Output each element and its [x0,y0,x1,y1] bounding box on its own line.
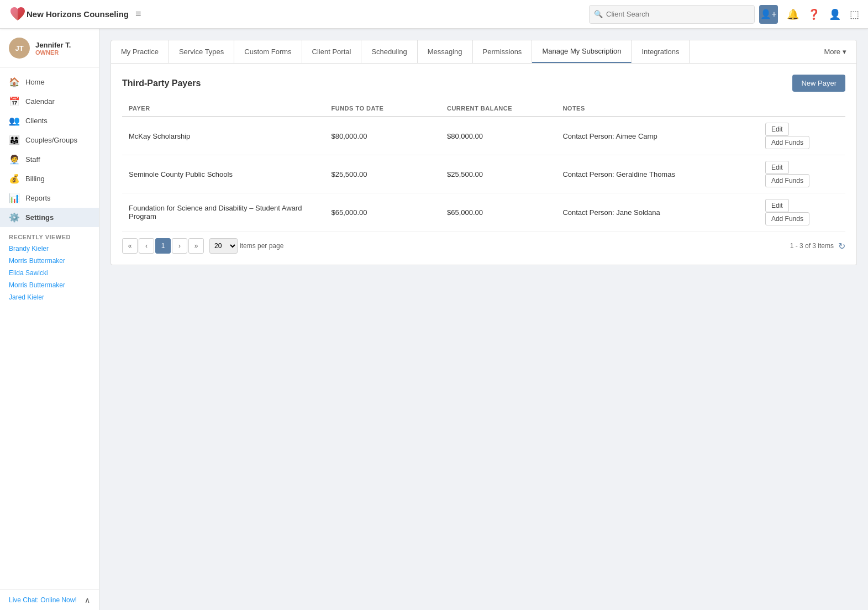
live-chat-label: Live Chat: Online Now! [9,596,77,604]
actions-0: Edit Add Funds [759,117,845,155]
search-input[interactable] [606,10,750,18]
section-title: Third-Party Payers [122,78,201,88]
sidebar-label-couples-groups: Couples/Groups [25,136,77,144]
sidebar-label-settings: Settings [25,213,54,222]
refresh-icon[interactable]: ↻ [838,241,845,251]
sidebar-label-home: Home [25,78,45,86]
user-name: Jennifer T. [35,41,71,49]
table-row: Seminole County Public Schools $25,500.0… [122,155,845,193]
sidebar-item-billing[interactable]: 💰Billing [0,169,99,188]
tab-custom-forms[interactable]: Custom Forms [234,40,302,63]
next-page-button[interactable]: › [172,238,187,254]
add-funds-button-0[interactable]: Add Funds [765,136,809,149]
edit-button-1[interactable]: Edit [765,161,789,174]
sidebar-item-staff[interactable]: 🧑‍💼Staff [0,150,99,169]
first-page-button[interactable]: « [122,238,138,254]
items-per-page-label: items per page [240,242,283,250]
user-role: OWNER [35,49,71,56]
page-info: 1 - 3 of 3 items ↻ [790,241,845,251]
sidebar-item-settings[interactable]: ⚙️Settings [0,208,99,227]
home-icon: 🏠 [9,77,20,87]
recently-viewed-item[interactable]: Elida Sawicki [0,267,99,279]
avatar: JT [9,38,30,59]
notes-2: Contact Person: Jane Soldana [556,193,759,232]
tab-bar: My PracticeService TypesCustom FormsClie… [111,40,857,64]
payer-name-0: McKay Scholarship [122,117,325,155]
prev-page-button[interactable]: ‹ [139,238,154,254]
tab-client-portal[interactable]: Client Portal [302,40,362,63]
menu-icon[interactable]: ≡ [135,8,141,20]
recently-viewed-list: Brandy KielerMorris ButtermakerElida Saw… [0,243,99,303]
notes-1: Contact Person: Geraldine Thomas [556,155,759,193]
recently-viewed-item[interactable]: Jared Kieler [0,291,99,303]
sidebar-label-billing: Billing [25,175,45,183]
pagination-bar: « ‹ 1 › » 102050100 items per page 1 - 3… [122,238,845,254]
sidebar-item-couples-groups[interactable]: 👨‍👩‍👧Couples/Groups [0,130,99,150]
recently-viewed-label: Recently Viewed [0,227,99,243]
more-tab-label: More [824,48,840,56]
couples-groups-icon: 👨‍👩‍👧 [9,135,20,145]
search-icon: 🔍 [594,10,603,18]
new-payer-button[interactable]: New Payer [792,75,845,92]
tab-permissions[interactable]: Permissions [473,40,533,63]
col-header-balance: CURRENT BALANCE [440,101,556,117]
sidebar-item-home[interactable]: 🏠Home [0,72,99,92]
items-per-page-selector: 102050100 items per page [209,238,283,254]
tab-manage-subscription[interactable]: Manage My Subscription [532,40,632,63]
layout: JT Jennifer T. OWNER 🏠Home📅Calendar👥Clie… [0,29,868,610]
funds-to-date-0: $80,000.00 [325,117,440,155]
current-balance-2: $65,000.00 [440,193,556,232]
payer-name-2: Foundation for Science and Disability – … [122,193,325,232]
funds-to-date-1: $25,500.00 [325,155,440,193]
clients-icon: 👥 [9,115,20,126]
payers-table: PAYER FUNDS TO DATE CURRENT BALANCE NOTE… [122,101,845,232]
add-funds-button-1[interactable]: Add Funds [765,174,809,187]
actions-1: Edit Add Funds [759,155,845,193]
sidebar-user: JT Jennifer T. OWNER [0,38,99,68]
col-header-actions [759,101,845,117]
edit-button-0[interactable]: Edit [765,123,789,136]
add-client-button[interactable]: 👤+ [759,5,778,24]
notifications-button[interactable]: 🔔 [787,8,799,20]
edit-button-2[interactable]: Edit [765,199,789,212]
last-page-button[interactable]: » [188,238,204,254]
sidebar-item-calendar[interactable]: 📅Calendar [0,92,99,111]
sidebar-nav: 🏠Home📅Calendar👥Clients👨‍👩‍👧Couples/Group… [0,72,99,227]
sidebar-label-clients: Clients [25,117,48,125]
tab-scheduling[interactable]: Scheduling [361,40,417,63]
section-header: Third-Party Payers New Payer [122,75,845,92]
recently-viewed-item[interactable]: Brandy Kieler [0,243,99,255]
col-header-payer: PAYER [122,101,325,117]
add-person-icon: 👤+ [760,9,776,19]
live-chat-bar[interactable]: Live Chat: Online Now! ∧ [0,590,99,610]
items-per-page-select[interactable]: 102050100 [209,238,238,254]
navbar: New Horizons Counseling ≡ 🔍 👤+ 🔔 ❓ 👤 ⬚ [0,0,868,29]
staff-icon: 🧑‍💼 [9,154,20,165]
content-panel: Third-Party Payers New Payer PAYER FUNDS… [111,64,857,265]
sidebar-label-reports: Reports [25,194,51,202]
sidebar-item-reports[interactable]: 📊Reports [0,188,99,208]
current-page-button[interactable]: 1 [155,238,171,254]
tab-my-practice[interactable]: My Practice [111,40,169,63]
help-button[interactable]: ❓ [808,8,820,20]
main-content: My PracticeService TypesCustom FormsClie… [99,29,868,610]
sidebar-label-calendar: Calendar [25,97,55,106]
sidebar-item-clients[interactable]: 👥Clients [0,111,99,130]
add-funds-button-2[interactable]: Add Funds [765,212,809,225]
tab-messaging[interactable]: Messaging [418,40,473,63]
app-logo [9,6,27,23]
actions-2: Edit Add Funds [759,193,845,232]
more-tab[interactable]: More ▾ [814,40,856,63]
recently-viewed-item[interactable]: Morris Buttermaker [0,255,99,267]
recently-viewed-item[interactable]: Morris Buttermaker [0,279,99,291]
tab-items: My PracticeService TypesCustom FormsClie… [111,40,690,63]
logout-button[interactable]: ⬚ [850,8,859,20]
current-balance-0: $80,000.00 [440,117,556,155]
profile-button[interactable]: 👤 [829,8,841,20]
table-row: McKay Scholarship $80,000.00 $80,000.00 … [122,117,845,155]
notes-0: Contact Person: Aimee Camp [556,117,759,155]
tab-service-types[interactable]: Service Types [169,40,234,63]
tab-integrations[interactable]: Integrations [632,40,690,63]
sidebar-label-staff: Staff [25,155,40,164]
app-name: New Horizons Counseling [27,9,129,19]
